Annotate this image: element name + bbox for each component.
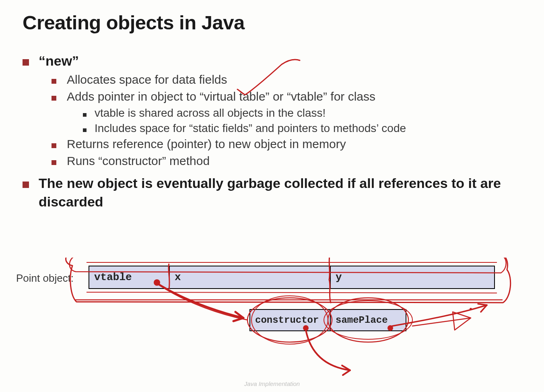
object-memory-row: vtable x y — [89, 266, 495, 289]
svg-point-7 — [470, 308, 472, 310]
bullet-garbage-collected: The new object is eventually garbage col… — [23, 174, 521, 211]
bullet-text: Adds pointer in object to “virtual table… — [67, 90, 375, 103]
bullet-includes-space: Includes space for “static fields” and p… — [83, 122, 521, 135]
slide-container: Creating objects in Java “new” Allocates… — [0, 0, 544, 392]
bullet-marker-icon — [52, 143, 56, 148]
slide-footer: Java Implementation — [244, 380, 300, 387]
bullet-marker-icon — [23, 59, 29, 66]
bullet-vtable-shared: vtable is shared across all objects in t… — [83, 107, 521, 120]
slide-title: Creating objects in Java — [23, 11, 521, 34]
diagram-object-label: Point object: — [16, 272, 74, 285]
bullet-allocates: Allocates space for data fields — [52, 73, 521, 87]
cell-y: y — [330, 266, 495, 289]
bullet-text: “new” — [39, 53, 79, 69]
cell-sameplace: samePlace — [330, 309, 406, 331]
bullet-returns-reference: Returns reference (pointer) to new objec… — [52, 137, 521, 151]
bullet-text: vtable is shared across all objects in t… — [95, 107, 326, 120]
vtable-memory-row: constructor samePlace — [249, 309, 406, 331]
bullet-marker-icon — [23, 182, 29, 188]
memory-diagram: Point object: vtable x y constructor sam… — [16, 258, 523, 378]
bullet-marker-icon — [52, 79, 56, 84]
bullet-marker-icon — [52, 96, 56, 101]
bullet-new: “new” — [23, 53, 521, 69]
bullet-text: Includes space for “static fields” and p… — [95, 122, 406, 135]
cell-constructor: constructor — [249, 309, 330, 331]
bullet-runs-constructor: Runs “constructor” method — [52, 154, 521, 168]
bullet-text: Allocates space for data fields — [67, 73, 227, 87]
bullet-marker-icon — [52, 160, 56, 165]
bullet-marker-icon — [83, 128, 87, 132]
bullet-text: Returns reference (pointer) to new objec… — [67, 137, 346, 151]
bullet-text: Runs “constructor” method — [67, 154, 210, 168]
bullet-adds-pointer: Adds pointer in object to “virtual table… — [52, 90, 521, 103]
cell-x: x — [169, 266, 330, 289]
bullet-marker-icon — [83, 113, 87, 117]
cell-vtable: vtable — [89, 266, 169, 289]
bullet-text: The new object is eventually garbage col… — [39, 174, 521, 211]
